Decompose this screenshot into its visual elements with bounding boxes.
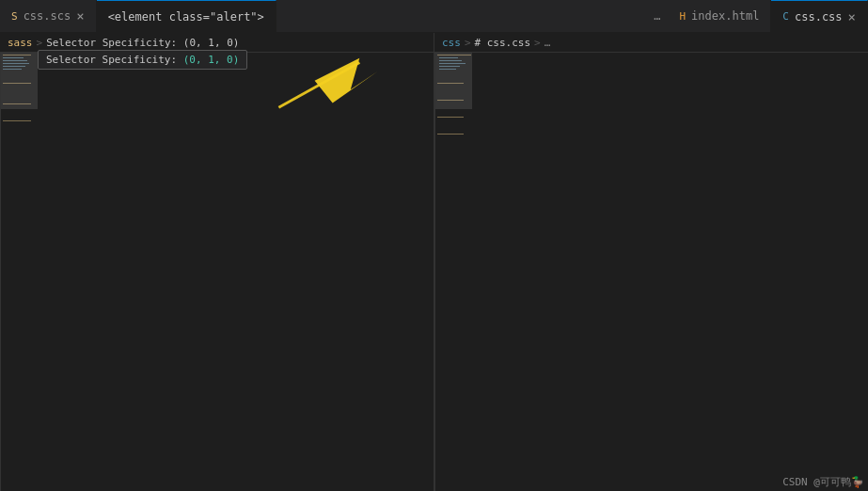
tooltip-popup: Selector Specificity: (0, 1, 0) bbox=[38, 50, 247, 70]
tab-close-scss[interactable]: × bbox=[76, 8, 84, 24]
html-icon: H bbox=[679, 10, 686, 23]
svg-rect-20 bbox=[437, 134, 464, 135]
tab-label-css: css.css bbox=[795, 10, 843, 24]
css-icon: C bbox=[782, 10, 789, 23]
svg-rect-19 bbox=[437, 117, 464, 118]
tab-element-alert[interactable]: <element class="alert"> bbox=[97, 0, 276, 32]
watermark: CSDN @可可鸭🦆 bbox=[782, 475, 864, 489]
left-minimap bbox=[0, 53, 38, 491]
tab-index-html[interactable]: H index.html bbox=[668, 0, 771, 32]
svg-line-10 bbox=[278, 63, 359, 108]
right-minimap bbox=[434, 53, 472, 491]
svg-rect-8 bbox=[3, 120, 31, 121]
breadcrumb-ellipsis: … bbox=[544, 37, 551, 49]
right-breadcrumb: css > # css.css > … bbox=[434, 33, 868, 53]
tab-label-html: index.html bbox=[691, 9, 759, 23]
breadcrumb-hash: # css.css bbox=[475, 37, 531, 49]
tab-bar: S css.scs × <element class="alert"> … H … bbox=[0, 0, 868, 33]
left-pane: sass > Selector Specificity: (0, 1, 0) S… bbox=[0, 33, 434, 491]
arrow-overlay bbox=[0, 54, 434, 491]
tooltip-text: Selector Specificity: (0, 1, 0) bbox=[46, 54, 239, 66]
left-minimap-svg bbox=[1, 53, 38, 491]
pane-dots-left[interactable]: … bbox=[646, 0, 668, 32]
sass-icon: S bbox=[11, 10, 18, 23]
svg-marker-9 bbox=[315, 58, 378, 103]
tab-label-element: <element class="alert"> bbox=[108, 10, 264, 24]
right-minimap-svg bbox=[435, 53, 472, 491]
editor-container: sass > Selector Specificity: (0, 1, 0) S… bbox=[0, 33, 868, 491]
breadcrumb-sass: sass bbox=[8, 37, 33, 49]
tab-label-scss: css.scs bbox=[24, 9, 71, 23]
tab-css-scss[interactable]: S css.scs × bbox=[0, 0, 97, 32]
breadcrumb-specificity: Selector Specificity: (0, 1, 0) bbox=[46, 37, 239, 49]
tab-css-css[interactable]: C css.css × bbox=[771, 0, 868, 32]
tab-close-css[interactable]: × bbox=[848, 9, 856, 24]
breadcrumb-css: css bbox=[442, 37, 461, 49]
right-pane: css > # css.css > … 12345 678910 1112131… bbox=[434, 33, 868, 491]
